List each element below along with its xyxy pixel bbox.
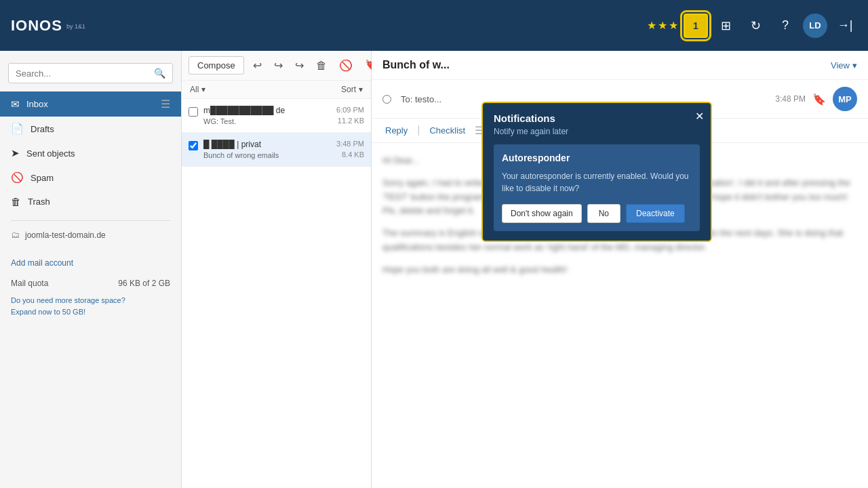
email-row[interactable]: m███████████ de WG: Test. 6:09 PM 11.2 K…	[182, 99, 371, 133]
notification-close-button[interactable]: ✕	[695, 110, 704, 123]
email-list-pane: Compose ↩ ↪ ↪ 🗑 🚫 🔖 ⋯ All ▾ Sort ▾ m██	[182, 51, 372, 488]
modal-wrapper: Notifications Notify me again later ✕ Au…	[481, 102, 712, 242]
autoresponder-buttons: Don't show again No Deactivate	[502, 204, 692, 223]
email-info-1: m███████████ de WG: Test.	[203, 106, 325, 125]
spam-icon: 🚫	[11, 171, 24, 184]
notification-title: Notifications	[494, 113, 700, 124]
promo-line2: Expand now to 50 GB!	[11, 306, 170, 318]
notification-subtitle: Notify me again later	[494, 127, 700, 136]
trash-icon: 🗑	[11, 196, 21, 207]
nav-stars: ★ ★ ★	[647, 19, 678, 32]
domain-icon: 🗂	[11, 230, 20, 240]
refresh-icon[interactable]: ↻	[743, 14, 768, 38]
sort-chevron: ▾	[359, 85, 363, 94]
main-container: 🔍 ✉ Inbox ☰ 📄 Drafts ➤ Sent objects 🚫 Sp…	[0, 51, 868, 488]
notification-badge[interactable]: 1	[684, 14, 708, 38]
reply-icon[interactable]: ↩	[250, 57, 265, 74]
add-mail-link[interactable]: Add mail account	[11, 258, 170, 268]
sidebar-item-spam[interactable]: 🚫 Spam	[0, 165, 181, 190]
sent-icon: ➤	[11, 147, 20, 159]
domain-item[interactable]: 🗂 joomla-test-domain.de	[11, 226, 170, 243]
folder-menu-icon[interactable]: ☰	[161, 98, 170, 110]
filter-chevron: ▾	[201, 85, 205, 94]
search-icon[interactable]: 🔍	[154, 68, 165, 79]
nav-right-icons: ★ ★ ★ 1 ⊞ ↻ ? LD →|	[647, 14, 857, 38]
spam-label: Spam	[31, 173, 170, 183]
star-2: ★	[658, 19, 667, 32]
no-button[interactable]: No	[587, 204, 620, 223]
filter-all-label: All	[190, 85, 199, 94]
email-from-1: m███████████ de	[203, 106, 325, 115]
email-meta-1: 6:09 PM 11.2 KB	[330, 106, 364, 125]
inbox-label: Inbox	[26, 99, 154, 109]
inbox-icon: ✉	[11, 98, 20, 110]
email-size-1: 11.2 KB	[338, 117, 364, 125]
email-subject-1: WG: Test.	[203, 117, 325, 125]
search-box[interactable]: 🔍	[8, 63, 173, 83]
spam-report-icon[interactable]: 🚫	[336, 57, 356, 74]
sidebar-item-sent[interactable]: ➤ Sent objects	[0, 141, 181, 165]
email-from-2: █ ████ | privat	[203, 140, 325, 149]
email-time-2: 3:48 PM	[336, 140, 364, 148]
apps-icon[interactable]: ⊞	[713, 14, 738, 38]
autoresponder-title: Autoresponder	[502, 152, 692, 163]
modal-overlay: Notifications Notify me again later ✕ Au…	[372, 51, 868, 488]
sidebar-item-inbox[interactable]: ✉ Inbox ☰	[0, 92, 181, 117]
autoresponder-section: Autoresponder Your autoresponder is curr…	[494, 144, 700, 231]
mail-quota: Mail quota 96 KB of 2 GB	[11, 279, 170, 288]
logo: IONOS by 1&1	[11, 17, 85, 35]
deactivate-button[interactable]: Deactivate	[626, 204, 685, 223]
compose-button[interactable]: Compose	[189, 56, 244, 75]
email-info-2: █ ████ | privat Bunch of wrong emails	[203, 140, 325, 159]
sidebar: 🔍 ✉ Inbox ☰ 📄 Drafts ➤ Sent objects 🚫 Sp…	[0, 51, 182, 488]
promo-line1: Do you need more storage space?	[11, 295, 170, 306]
logo-sub: by 1&1	[66, 23, 85, 30]
autoresponder-text: Your autoresponder is currently enabled.…	[502, 170, 692, 195]
filter-sort-label: Sort	[341, 85, 356, 94]
drafts-icon: 📄	[11, 123, 24, 135]
drafts-label: Drafts	[31, 124, 170, 134]
star-1: ★	[647, 19, 656, 32]
email-filter: All ▾ Sort ▾	[182, 81, 371, 99]
top-nav: IONOS by 1&1 ★ ★ ★ 1 ⊞ ↻ ? LD →|	[0, 0, 868, 51]
logo-text: IONOS	[11, 17, 62, 35]
email-time-1: 6:09 PM	[336, 106, 364, 114]
dont-show-again-button[interactable]: Don't show again	[502, 204, 582, 223]
filter-all[interactable]: All ▾	[190, 85, 205, 94]
storage-promo[interactable]: Do you need more storage space? Expand n…	[11, 295, 170, 317]
sidebar-item-drafts[interactable]: 📄 Drafts	[0, 117, 181, 141]
trash-label: Trash	[28, 197, 170, 207]
email-items: m███████████ de WG: Test. 6:09 PM 11.2 K…	[182, 99, 371, 488]
email-toolbar: Compose ↩ ↪ ↪ 🗑 🚫 🔖 ⋯	[182, 51, 371, 81]
email-size-2: 8.4 KB	[342, 150, 364, 159]
forward-icon[interactable]: ↪	[292, 57, 307, 74]
reading-pane: Bunch of w... View ▾ To: testo... 3:48 P…	[372, 51, 868, 488]
filter-sort[interactable]: Sort ▾	[341, 85, 363, 94]
notification-modal: Notifications Notify me again later ✕ Au…	[481, 102, 712, 242]
sidebar-item-trash[interactable]: 🗑 Trash	[0, 190, 181, 214]
help-icon[interactable]: ?	[773, 14, 797, 38]
star-3: ★	[669, 19, 678, 32]
email-meta-2: 3:48 PM 8.4 KB	[330, 140, 364, 159]
email-checkbox-1[interactable]	[189, 107, 198, 117]
quota-label: Mail quota	[11, 279, 48, 288]
domain-label: joomla-test-domain.de	[25, 230, 106, 240]
email-row-selected[interactable]: █ ████ | privat Bunch of wrong emails 3:…	[182, 133, 371, 167]
delete-icon[interactable]: 🗑	[313, 58, 330, 74]
sidebar-folders: ✉ Inbox ☰ 📄 Drafts ➤ Sent objects 🚫 Spam…	[0, 92, 181, 214]
email-subject-2: Bunch of wrong emails	[203, 151, 325, 159]
avatar[interactable]: LD	[803, 14, 827, 38]
reply-all-icon[interactable]: ↪	[271, 57, 286, 74]
logout-icon[interactable]: →|	[833, 14, 857, 38]
email-checkbox-2[interactable]	[189, 141, 198, 150]
search-input[interactable]	[16, 68, 154, 79]
sent-label: Sent objects	[26, 148, 170, 159]
domain-section: 🗂 joomla-test-domain.de	[11, 220, 170, 249]
quota-value: 96 KB of 2 GB	[118, 279, 170, 288]
